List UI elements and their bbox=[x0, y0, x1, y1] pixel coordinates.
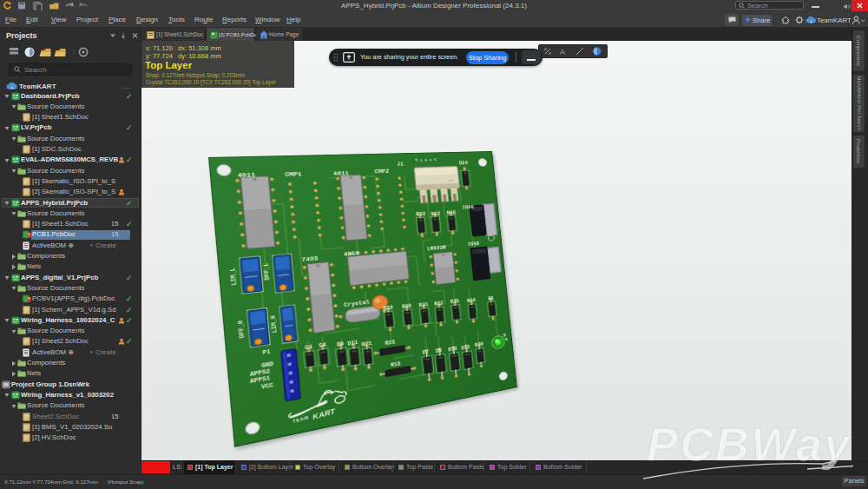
svg-text:D7: D7 bbox=[423, 349, 430, 355]
svg-text:D22: D22 bbox=[431, 211, 440, 217]
svg-text:D9: D9 bbox=[337, 341, 345, 347]
svg-text:7805: 7805 bbox=[467, 241, 479, 247]
svg-text:LIM_H: LIM_H bbox=[269, 315, 278, 334]
svg-text:JST: JST bbox=[448, 179, 453, 182]
svg-text:7806: 7806 bbox=[462, 204, 474, 210]
svg-text:R33: R33 bbox=[416, 211, 426, 217]
svg-text:C4: C4 bbox=[319, 342, 326, 349]
svg-text:CMP2: CMP2 bbox=[374, 169, 390, 175]
svg-text:J1: J1 bbox=[397, 162, 404, 168]
svg-text:R36: R36 bbox=[447, 209, 457, 215]
svg-text:A: A bbox=[560, 48, 565, 56]
svg-text:C3: C3 bbox=[305, 344, 312, 351]
svg-text:OFF_L: OFF_L bbox=[262, 262, 271, 281]
svg-text:LIM_L: LIM_L bbox=[228, 268, 238, 286]
svg-text:OFF_H: OFF_H bbox=[236, 320, 246, 340]
svg-text:D8: D8 bbox=[436, 348, 443, 354]
svg-text:R5: R5 bbox=[488, 296, 494, 301]
svg-text:4011: 4011 bbox=[333, 170, 350, 177]
svg-text:¶ s a e S: ¶ s a e S bbox=[415, 158, 437, 163]
svg-text:CMP1: CMP1 bbox=[285, 171, 302, 178]
svg-text:D24: D24 bbox=[459, 160, 469, 165]
svg-text:4011: 4011 bbox=[237, 172, 255, 180]
